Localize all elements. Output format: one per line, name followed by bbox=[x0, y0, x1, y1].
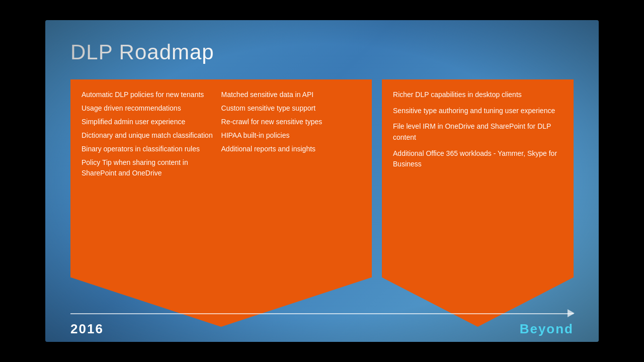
list-item: Additional reports and insights bbox=[221, 144, 356, 154]
list-item: Matched sensitive data in API bbox=[221, 89, 356, 100]
timeline-line bbox=[70, 313, 574, 314]
list-item: Sensitive type authoring and tuning user… bbox=[393, 106, 562, 117]
list-item: File level IRM in OneDrive and SharePoin… bbox=[393, 121, 562, 143]
slide-title: DLP Roadmap bbox=[70, 40, 574, 64]
box-beyond: Richer DLP capabilities in desktop clien… bbox=[382, 79, 574, 327]
list-item: Simplified admin user experience bbox=[82, 117, 216, 127]
beyond-label: Beyond bbox=[520, 321, 574, 337]
list-item: Additional Office 365 workloads - Yammer… bbox=[393, 148, 562, 170]
list-item: Automatic DLP policies for new tenants bbox=[82, 89, 216, 100]
box-2016: Automatic DLP policies for new tenantsUs… bbox=[70, 79, 372, 327]
col-2: Matched sensitive data in APICustom sens… bbox=[221, 89, 361, 182]
beyond-list: Richer DLP capabilities in desktop clien… bbox=[393, 89, 562, 170]
list-item: Policy Tip when sharing content in Share… bbox=[82, 157, 216, 178]
list-item: Dictionary and unique match classificati… bbox=[82, 130, 216, 141]
list-item: Re-crawl for new sensitive types bbox=[221, 117, 356, 127]
col2-list: Matched sensitive data in APICustom sens… bbox=[221, 89, 356, 154]
timeline-arrow bbox=[568, 309, 575, 317]
timeline-labels: 2016 Beyond bbox=[70, 321, 574, 337]
list-item: Custom sensitive type support bbox=[221, 103, 356, 114]
list-item: Binary operators in classification rules bbox=[82, 144, 216, 154]
slide: DLP Roadmap Automatic DLP policies for n… bbox=[45, 20, 599, 342]
year-label: 2016 bbox=[70, 321, 104, 337]
content-area: Automatic DLP policies for new tenantsUs… bbox=[70, 79, 574, 327]
list-item: Richer DLP capabilities in desktop clien… bbox=[393, 89, 562, 101]
col1-list: Automatic DLP policies for new tenantsUs… bbox=[82, 89, 216, 178]
list-item: HIPAA built-in policies bbox=[221, 130, 356, 141]
col-1: Automatic DLP policies for new tenantsUs… bbox=[82, 89, 221, 182]
list-item: Usage driven recommendations bbox=[82, 103, 216, 114]
two-col-layout: Automatic DLP policies for new tenantsUs… bbox=[82, 89, 361, 182]
